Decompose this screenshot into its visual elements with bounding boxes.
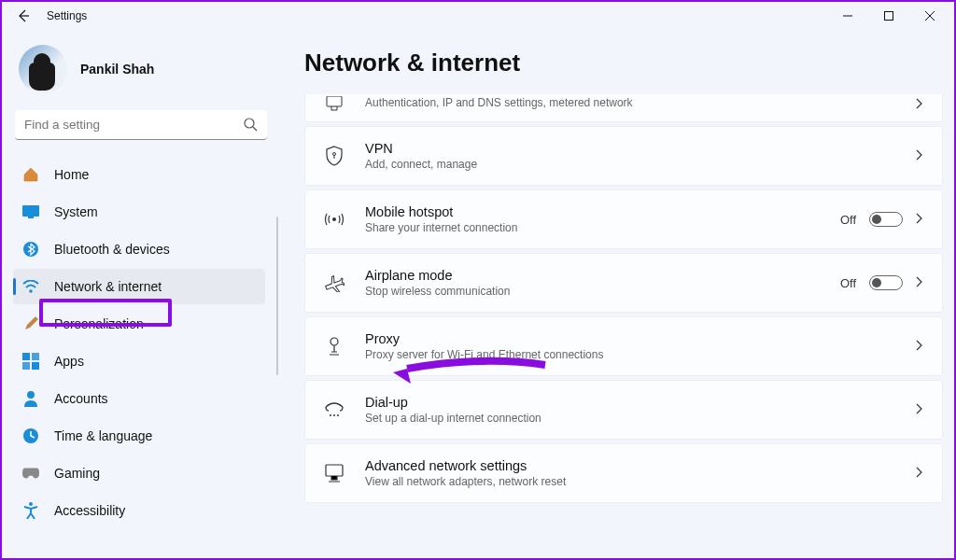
card-title: Proxy	[365, 330, 897, 348]
sidebar-item-label: Accessibility	[54, 503, 125, 518]
sidebar-item-label: Gaming	[54, 466, 100, 481]
chevron-right-icon	[916, 96, 927, 113]
scrollbar[interactable]	[276, 217, 278, 375]
card-subtitle: Authentication, IP and DNS settings, met…	[365, 96, 897, 111]
svg-point-12	[29, 502, 33, 506]
sidebar: Pankil Shah Home System Bluetooth & devi…	[2, 30, 278, 558]
card-dialup[interactable]: Dial-up Set up a dial-up internet connec…	[304, 380, 943, 440]
svg-rect-13	[327, 96, 342, 106]
hotspot-icon	[322, 211, 346, 228]
svg-point-18	[333, 414, 335, 416]
maximize-button[interactable]	[868, 3, 909, 29]
sidebar-item-network[interactable]: Network & internet	[13, 269, 265, 304]
card-ethernet-partial[interactable]: Authentication, IP and DNS settings, met…	[304, 94, 943, 122]
card-title: Advanced network settings	[365, 457, 897, 475]
accessibility-icon	[22, 502, 39, 519]
svg-rect-0	[885, 12, 893, 21]
sidebar-item-home[interactable]: Home	[13, 157, 265, 192]
status-text: Off	[840, 213, 856, 227]
sidebar-item-system[interactable]: System	[13, 194, 265, 230]
sidebar-item-personalization[interactable]: Personalization	[13, 306, 265, 342]
sidebar-item-label: Network & internet	[54, 279, 162, 294]
hotspot-toggle[interactable]	[869, 212, 903, 227]
sidebar-item-label: Bluetooth & devices	[54, 242, 170, 257]
page-title: Network & internet	[304, 49, 943, 77]
svg-rect-2	[22, 205, 39, 217]
gamepad-icon	[22, 465, 39, 482]
card-subtitle: Share your internet connection	[365, 221, 822, 236]
svg-point-16	[330, 338, 338, 345]
avatar	[19, 45, 67, 93]
person-icon	[22, 390, 39, 407]
system-icon	[22, 203, 39, 220]
status-text: Off	[840, 276, 856, 290]
back-button[interactable]	[15, 7, 32, 24]
card-title: Airplane mode	[365, 267, 822, 285]
app-title: Settings	[47, 9, 87, 22]
svg-point-10	[27, 391, 35, 399]
home-icon	[22, 166, 39, 183]
card-vpn[interactable]: VPN Add, connect, manage	[304, 126, 943, 186]
svg-rect-7	[32, 353, 39, 360]
card-title: Mobile hotspot	[365, 203, 822, 221]
svg-rect-20	[326, 465, 343, 476]
sidebar-item-bluetooth[interactable]: Bluetooth & devices	[13, 231, 265, 267]
chevron-right-icon	[916, 338, 927, 355]
profile[interactable]: Pankil Shah	[19, 45, 271, 93]
dialup-icon	[322, 401, 346, 418]
card-title: Dial-up	[365, 394, 897, 412]
monitor-icon	[322, 464, 346, 483]
sidebar-item-accessibility[interactable]: Accessibility	[13, 493, 265, 528]
card-subtitle: View all network adapters, network reset	[365, 475, 897, 490]
search-icon	[244, 118, 258, 135]
proxy-icon	[322, 336, 346, 357]
chevron-right-icon	[916, 211, 927, 228]
sidebar-item-time[interactable]: Time & language	[13, 418, 265, 454]
sidebar-item-label: Time & language	[54, 428, 152, 443]
card-subtitle: Add, connect, manage	[365, 158, 897, 173]
close-button[interactable]	[909, 3, 950, 29]
content-area: Network & internet Authentication, IP an…	[278, 30, 954, 558]
chevron-right-icon	[916, 274, 927, 291]
sidebar-item-label: Apps	[54, 354, 84, 369]
sidebar-item-label: Personalization	[54, 316, 144, 331]
brush-icon	[22, 315, 39, 332]
search-input[interactable]	[15, 110, 267, 140]
sidebar-item-label: Home	[54, 167, 89, 182]
chevron-right-icon	[916, 401, 927, 418]
card-subtitle: Set up a dial-up internet connection	[365, 412, 897, 427]
svg-point-15	[332, 217, 336, 221]
card-title: VPN	[365, 140, 897, 158]
wifi-icon	[22, 278, 39, 295]
minimize-button[interactable]	[827, 3, 868, 29]
card-subtitle: Stop wireless communication	[365, 285, 822, 300]
airplane-icon	[322, 273, 346, 292]
sidebar-item-label: System	[54, 204, 98, 219]
sidebar-item-gaming[interactable]: Gaming	[13, 455, 265, 491]
titlebar: Settings	[2, 2, 954, 30]
search-box[interactable]	[15, 110, 267, 140]
svg-point-1	[245, 119, 254, 128]
ethernet-icon	[322, 96, 346, 111]
chevron-right-icon	[916, 147, 927, 164]
chevron-right-icon	[916, 465, 927, 482]
card-proxy[interactable]: Proxy Proxy server for Wi-Fi and Etherne…	[304, 316, 943, 376]
svg-point-17	[330, 414, 331, 416]
airplane-toggle[interactable]	[869, 275, 903, 290]
card-airplane-mode[interactable]: Airplane mode Stop wireless communicatio…	[304, 253, 943, 313]
svg-point-19	[337, 414, 339, 416]
clock-icon	[22, 427, 39, 444]
card-mobile-hotspot[interactable]: Mobile hotspot Share your internet conne…	[304, 189, 943, 249]
card-advanced-network[interactable]: Advanced network settings View all netwo…	[304, 443, 943, 503]
sidebar-item-label: Accounts	[54, 391, 108, 406]
svg-rect-9	[32, 362, 39, 370]
sidebar-item-accounts[interactable]: Accounts	[13, 381, 265, 416]
svg-rect-3	[28, 217, 34, 218]
card-subtitle: Proxy server for Wi-Fi and Ethernet conn…	[365, 348, 897, 363]
svg-rect-8	[22, 362, 30, 370]
bluetooth-icon	[22, 241, 39, 258]
apps-icon	[22, 353, 39, 370]
shield-icon	[322, 146, 346, 166]
svg-rect-6	[22, 353, 30, 360]
sidebar-item-apps[interactable]: Apps	[13, 343, 265, 379]
